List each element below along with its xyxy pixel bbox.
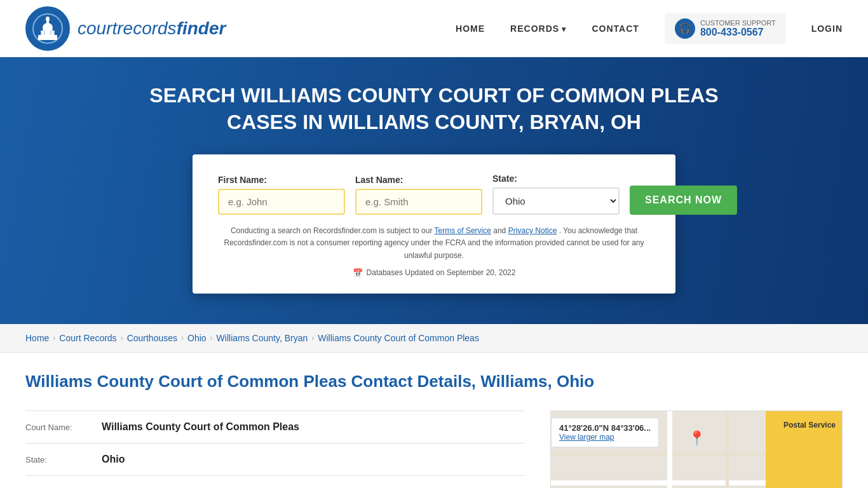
court-name-row: Court Name: Williams County Court of Com… — [25, 410, 525, 444]
first-name-group: First Name: — [218, 175, 345, 215]
separator-4: › — [210, 334, 213, 342]
breadcrumb-home[interactable]: Home — [25, 333, 49, 343]
last-name-group: Last Name: — [355, 175, 482, 215]
headset-icon: 🎧 — [675, 18, 695, 39]
nav-contact[interactable]: CONTACT — [592, 24, 639, 34]
separator-3: › — [181, 334, 184, 342]
map-panel[interactable]: Postal Service Williar Public 41°28'26.0… — [550, 410, 843, 488]
logo-text: courtrecordsfinder — [78, 18, 226, 39]
svg-rect-7 — [44, 30, 45, 35]
section-title: Williams County Court of Common Pleas Co… — [25, 372, 843, 391]
support-label: CUSTOMER SUPPORT — [700, 19, 776, 27]
map-postal-label: Postal Service — [783, 421, 836, 430]
details-panel: Court Name: Williams County Court of Com… — [25, 410, 525, 488]
breadcrumb: Home › Court Records › Courthouses › Ohi… — [0, 324, 868, 353]
svg-point-5 — [46, 17, 50, 22]
state-row: State: Ohio — [25, 444, 525, 476]
road-v1 — [667, 411, 672, 488]
svg-rect-9 — [53, 30, 55, 35]
breadcrumb-current: Williams County Court of Common Pleas — [318, 333, 479, 343]
main-content: Williams County Court of Common Pleas Co… — [0, 353, 868, 488]
court-name-label: Court Name: — [25, 423, 102, 432]
first-name-label: First Name: — [218, 175, 345, 185]
db-updated: 📅 Databases Updated on September 20, 202… — [218, 268, 650, 278]
search-button[interactable]: SEARCH NOW — [630, 186, 737, 215]
svg-rect-1 — [38, 35, 57, 40]
svg-rect-8 — [50, 30, 51, 35]
state-detail-label: State: — [25, 455, 102, 464]
breadcrumb-court-records[interactable]: Court Records — [59, 333, 116, 343]
map-coords: 41°28'26.0"N 84°33'06... — [559, 423, 651, 433]
calendar-icon: 📅 — [353, 268, 363, 278]
support-details: CUSTOMER SUPPORT 800-433-0567 — [700, 19, 776, 38]
nav-records[interactable]: RECORDS — [510, 24, 566, 34]
hero-section: SEARCH WILLIAMS COUNTY COURT OF COMMON P… — [0, 57, 868, 324]
map-yellow-area: Postal Service Williar Public — [766, 411, 842, 488]
search-box: First Name: Last Name: State: Ohio Alaba… — [193, 154, 675, 294]
state-group: State: Ohio Alabama Alaska California Fl… — [492, 173, 620, 215]
map-info-box[interactable]: 41°28'26.0"N 84°33'06... View larger map — [551, 417, 659, 447]
separator-2: › — [121, 334, 123, 342]
svg-rect-6 — [41, 30, 42, 35]
last-name-label: Last Name: — [355, 175, 482, 185]
logo-icon — [25, 6, 70, 51]
separator-5: › — [311, 334, 314, 342]
map-pin-icon: 📍 — [688, 430, 705, 447]
state-label: State: — [492, 173, 620, 184]
separator-1: › — [53, 334, 55, 342]
content-grid: Court Name: Williams County Court of Com… — [25, 410, 843, 488]
breadcrumb-courthouses[interactable]: Courthouses — [127, 333, 177, 343]
nav-home[interactable]: HOME — [456, 24, 485, 34]
terms-link[interactable]: Terms of Service — [435, 226, 491, 235]
view-larger-map-link[interactable]: View larger map — [559, 433, 651, 442]
logo-area[interactable]: courtrecordsfinder — [25, 6, 226, 51]
customer-support-block[interactable]: 🎧 CUSTOMER SUPPORT 800-433-0567 — [665, 13, 786, 44]
last-name-input[interactable] — [355, 189, 482, 215]
search-fields: First Name: Last Name: State: Ohio Alaba… — [218, 173, 650, 215]
privacy-link[interactable]: Privacy Notice — [508, 226, 557, 235]
search-disclaimer: Conducting a search on Recordsfinder.com… — [218, 225, 650, 262]
hero-title: SEARCH WILLIAMS COUNTY COURT OF COMMON P… — [148, 83, 720, 135]
road-v2 — [726, 411, 729, 488]
site-header: courtrecordsfinder HOME RECORDS CONTACT … — [0, 0, 868, 57]
breadcrumb-ohio[interactable]: Ohio — [187, 333, 207, 343]
main-nav: HOME RECORDS CONTACT 🎧 CUSTOMER SUPPORT … — [456, 13, 843, 44]
login-button[interactable]: LOGIN — [811, 24, 843, 34]
state-select[interactable]: Ohio Alabama Alaska California Florida T… — [492, 187, 620, 215]
first-name-input[interactable] — [218, 189, 345, 215]
breadcrumb-williams-county[interactable]: Williams County, Bryan — [217, 333, 308, 343]
support-phone: 800-433-0567 — [700, 27, 776, 38]
state-detail-value: Ohio — [102, 454, 125, 465]
court-name-value: Williams County Court of Common Pleas — [102, 421, 299, 433]
